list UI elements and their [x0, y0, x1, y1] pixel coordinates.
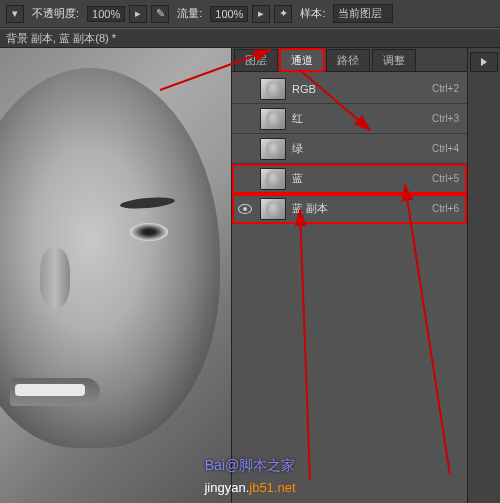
visibility-toggle[interactable] — [236, 200, 254, 218]
channel-name: 蓝 副本 — [292, 201, 426, 216]
channel-green[interactable]: 绿 Ctrl+4 — [232, 134, 467, 164]
channel-blue[interactable]: 蓝 Ctrl+5 — [232, 164, 467, 194]
channel-name: RGB — [292, 83, 426, 95]
collapsed-panel-dock — [467, 48, 500, 503]
channel-list: RGB Ctrl+2 红 Ctrl+3 绿 Ctrl+4 蓝 Ctrl+5 — [232, 72, 467, 224]
channel-rgb[interactable]: RGB Ctrl+2 — [232, 74, 467, 104]
document-title[interactable]: 背景 副本, 蓝 副本(8) * — [6, 31, 116, 46]
visibility-toggle[interactable] — [236, 140, 254, 158]
panel-tabs: 图层 通道 路径 调整 — [232, 48, 467, 72]
watermark-url: jingyan.jb51.net — [204, 480, 295, 495]
channel-name: 绿 — [292, 141, 426, 156]
channel-blue-copy[interactable]: 蓝 副本 Ctrl+6 — [232, 194, 467, 224]
channel-shortcut: Ctrl+4 — [432, 143, 463, 154]
channel-thumb — [260, 108, 286, 130]
channel-thumb — [260, 168, 286, 190]
tab-adjust[interactable]: 调整 — [372, 49, 416, 71]
opacity-label: 不透明度: — [28, 6, 83, 21]
visibility-toggle[interactable] — [236, 110, 254, 128]
opacity-stepper[interactable]: ▸ — [129, 5, 147, 23]
channel-shortcut: Ctrl+6 — [432, 203, 463, 214]
watermark-text: Bai@脚本之家 — [205, 457, 295, 475]
canvas[interactable] — [0, 48, 232, 503]
channel-red[interactable]: 红 Ctrl+3 — [232, 104, 467, 134]
flow-stepper[interactable]: ▸ — [252, 5, 270, 23]
channel-name: 蓝 — [292, 171, 426, 186]
channel-shortcut: Ctrl+3 — [432, 113, 463, 124]
flow-label: 流量: — [173, 6, 206, 21]
panels-column: 图层 通道 路径 调整 RGB Ctrl+2 红 Ctrl+3 绿 C — [232, 48, 467, 503]
channel-shortcut: Ctrl+5 — [432, 173, 463, 184]
main-area: 图层 通道 路径 调整 RGB Ctrl+2 红 Ctrl+3 绿 C — [0, 48, 500, 503]
tab-paths[interactable]: 路径 — [326, 49, 370, 71]
channel-name: 红 — [292, 111, 426, 126]
tab-layers[interactable]: 图层 — [234, 49, 278, 71]
channel-shortcut: Ctrl+2 — [432, 83, 463, 94]
visibility-toggle[interactable] — [236, 80, 254, 98]
chevron-right-icon — [481, 58, 487, 66]
face-image — [0, 48, 232, 503]
channel-thumb — [260, 138, 286, 160]
options-bar: ▾ 不透明度: 100% ▸ ✎ 流量: 100% ▸ ✦ 样本: 当前图层 — [0, 0, 500, 28]
channel-thumb — [260, 198, 286, 220]
flow-value[interactable]: 100% — [210, 6, 248, 22]
channel-thumb — [260, 78, 286, 100]
eye-icon — [238, 204, 252, 214]
document-tab-bar: 背景 副本, 蓝 副本(8) * — [0, 28, 500, 48]
sample-value[interactable]: 当前图层 — [333, 4, 393, 23]
expand-panel-button[interactable] — [470, 52, 498, 72]
dropdown-icon[interactable]: ▾ — [6, 5, 24, 23]
airbrush-icon[interactable]: ✎ — [151, 5, 169, 23]
tool-icon[interactable]: ✦ — [274, 5, 292, 23]
tab-channels[interactable]: 通道 — [280, 49, 324, 71]
opacity-value[interactable]: 100% — [87, 6, 125, 22]
visibility-toggle[interactable] — [236, 170, 254, 188]
sample-label: 样本: — [296, 6, 329, 21]
